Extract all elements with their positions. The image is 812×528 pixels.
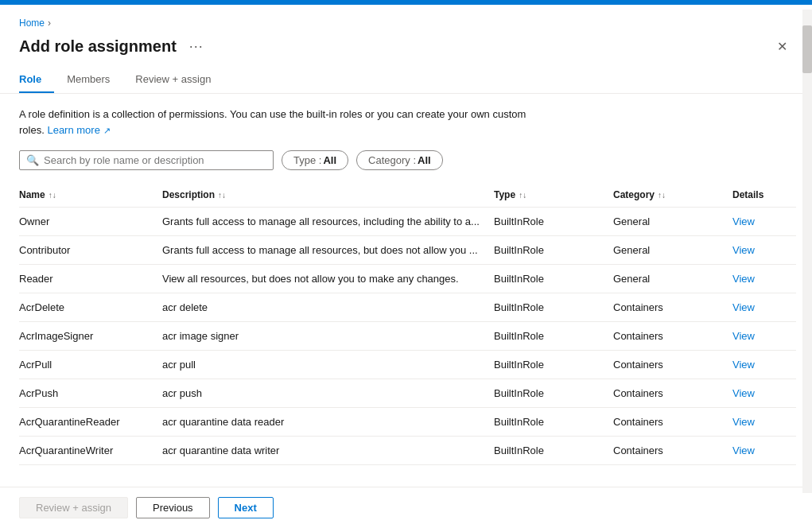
table-row[interactable]: Reader View all resources, but does not …	[19, 265, 796, 293]
cell-type: BuiltInRole	[494, 359, 613, 371]
cell-type: BuiltInRole	[494, 301, 613, 313]
table-row[interactable]: AcrImageSigner acr image signer BuiltInR…	[19, 322, 796, 351]
cell-category: General	[613, 215, 732, 227]
cell-name: Owner	[19, 215, 162, 227]
page-title-row: Add role assignment ··· ✕	[19, 35, 793, 57]
th-details: Details	[732, 189, 796, 200]
cell-type: BuiltInRole	[494, 416, 613, 428]
tab-bar: Role Members Review + assign	[19, 67, 793, 93]
title-area: Add role assignment ···	[19, 37, 208, 56]
tab-review-assign[interactable]: Review + assign	[122, 67, 223, 93]
cell-description: Grants full access to manage all resourc…	[162, 215, 494, 227]
cell-details-view[interactable]: View	[732, 416, 796, 428]
sort-icon-name: ↑↓	[49, 191, 56, 200]
review-assign-button[interactable]: Review + assign	[19, 497, 128, 518]
cell-type: BuiltInRole	[494, 244, 613, 256]
cell-category: General	[613, 244, 732, 256]
th-name[interactable]: Name ↑↓	[19, 189, 162, 200]
breadcrumb-home[interactable]: Home	[19, 17, 45, 29]
cell-description: acr quarantine data writer	[162, 445, 494, 456]
cell-category: Containers	[613, 330, 732, 342]
description-text: A role definition is a collection of per…	[19, 107, 544, 138]
cell-category: Containers	[613, 301, 732, 313]
cell-details-view[interactable]: View	[732, 359, 796, 371]
close-button[interactable]: ✕	[771, 35, 793, 57]
table-row[interactable]: Contributor Grants full access to manage…	[19, 236, 796, 265]
page-title: Add role assignment	[19, 37, 177, 56]
cell-name: Reader	[19, 273, 162, 285]
sort-icon-type: ↑↓	[519, 191, 526, 200]
search-input[interactable]	[44, 154, 266, 166]
cell-details-view[interactable]: View	[732, 244, 796, 256]
footer: Review + assign Previous Next	[0, 487, 812, 528]
cell-description: Grants full access to manage all resourc…	[162, 244, 494, 256]
category-filter-value: All	[418, 154, 431, 166]
vertical-scrollbar-track[interactable]	[802, 10, 812, 493]
cell-description: acr image signer	[162, 330, 494, 342]
th-category[interactable]: Category ↑↓	[613, 189, 732, 200]
cell-type: BuiltInRole	[494, 387, 613, 399]
cell-category: Containers	[613, 416, 732, 428]
learn-more-link[interactable]: Learn more ↗	[47, 124, 110, 136]
category-filter-label: Category :	[368, 154, 416, 166]
table-row[interactable]: AcrQuarantineReader acr quarantine data …	[19, 408, 796, 437]
table-row[interactable]: Owner Grants full access to manage all r…	[19, 208, 796, 236]
cell-details-view[interactable]: View	[732, 301, 796, 313]
cell-details-view[interactable]: View	[732, 387, 796, 399]
cell-category: General	[613, 273, 732, 285]
cell-category: Containers	[613, 359, 732, 371]
cell-name: AcrDelete	[19, 301, 162, 313]
type-filter-label: Type :	[293, 154, 321, 166]
cell-details-view[interactable]: View	[732, 215, 796, 227]
cell-type: BuiltInRole	[494, 215, 613, 227]
search-box: 🔍	[19, 150, 274, 170]
cell-name: AcrPull	[19, 359, 162, 371]
th-description[interactable]: Description ↑↓	[162, 189, 494, 200]
table-row[interactable]: AcrPush acr push BuiltInRole Containers …	[19, 379, 796, 408]
panel-header: Home › Add role assignment ··· ✕ Role Me…	[0, 5, 812, 94]
cell-description: acr quarantine data reader	[162, 416, 494, 428]
cell-details-view[interactable]: View	[732, 330, 796, 342]
cell-category: Containers	[613, 445, 732, 456]
tab-members[interactable]: Members	[54, 67, 122, 93]
sort-icon-description: ↑↓	[218, 191, 226, 200]
sort-icon-category: ↑↓	[658, 191, 666, 200]
table-row[interactable]: AcrDelete acr delete BuiltInRole Contain…	[19, 293, 796, 322]
cell-name: Contributor	[19, 244, 162, 256]
cell-type: BuiltInRole	[494, 330, 613, 342]
cell-name: AcrPush	[19, 387, 162, 399]
table-row[interactable]: AcrQuarantineWriter acr quarantine data …	[19, 437, 796, 465]
table-body: Owner Grants full access to manage all r…	[19, 208, 796, 465]
next-button[interactable]: Next	[218, 497, 274, 518]
th-type[interactable]: Type ↑↓	[494, 189, 613, 200]
search-icon: 🔍	[26, 154, 39, 166]
cell-details-view[interactable]: View	[732, 273, 796, 285]
type-filter-value: All	[323, 154, 336, 166]
category-filter-button[interactable]: Category : All	[356, 150, 443, 170]
cell-name: AcrQuarantineWriter	[19, 445, 162, 456]
filters-row: 🔍 Type : All Category : All	[19, 150, 796, 170]
content-area: A role definition is a collection of per…	[0, 94, 812, 487]
previous-button[interactable]: Previous	[136, 497, 210, 518]
cell-description: acr push	[162, 387, 494, 399]
cell-name: AcrQuarantineReader	[19, 416, 162, 428]
breadcrumb: Home ›	[19, 17, 793, 29]
breadcrumb-chevron: ›	[48, 17, 51, 29]
cell-type: BuiltInRole	[494, 445, 613, 456]
cell-description: acr delete	[162, 301, 494, 313]
table-header: Name ↑↓ Description ↑↓ Type ↑↓ Category …	[19, 183, 796, 208]
cell-details-view[interactable]: View	[732, 445, 796, 456]
vertical-scrollbar-thumb[interactable]	[802, 25, 812, 73]
type-filter-button[interactable]: Type : All	[282, 150, 348, 170]
tab-role[interactable]: Role	[19, 67, 54, 93]
table-row[interactable]: AcrPull acr pull BuiltInRole Containers …	[19, 351, 796, 379]
ellipsis-button[interactable]: ···	[185, 37, 208, 56]
cell-name: AcrImageSigner	[19, 330, 162, 342]
cell-description: View all resources, but does not allow y…	[162, 273, 494, 285]
cell-description: acr pull	[162, 359, 494, 371]
cell-category: Containers	[613, 387, 732, 399]
main-container: Home › Add role assignment ··· ✕ Role Me…	[0, 5, 812, 528]
cell-type: BuiltInRole	[494, 273, 613, 285]
